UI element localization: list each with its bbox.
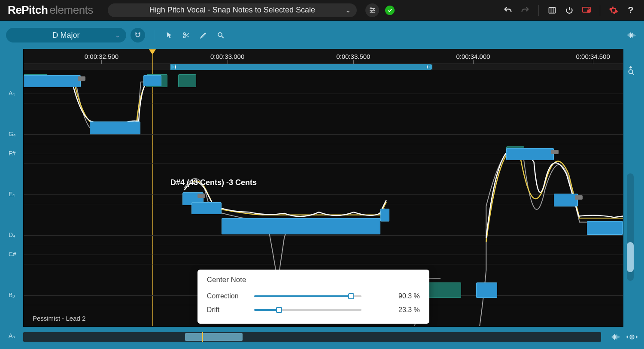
search-icon xyxy=(217,31,225,39)
slider-thumb[interactable] xyxy=(348,293,354,299)
chevron-down-icon: ⌄ xyxy=(345,6,351,14)
time-label: 0:00:34.500 xyxy=(576,53,610,60)
note-block[interactable] xyxy=(90,121,141,134)
note-handle[interactable] xyxy=(575,195,583,200)
svg-point-17 xyxy=(218,33,222,36)
waveform-toggle[interactable] xyxy=(625,29,638,42)
panel-row-label: Correction xyxy=(207,292,254,300)
undo-button[interactable] xyxy=(502,5,513,16)
note-block[interactable] xyxy=(191,202,222,214)
logo-suffix: elements xyxy=(49,3,93,16)
preset-selector[interactable]: High Pitch Vocal - Snap Notes to Selecte… xyxy=(108,3,357,17)
note-handle[interactable] xyxy=(197,194,205,198)
time-label: 0:00:33.500 xyxy=(336,53,370,60)
note-block[interactable] xyxy=(24,75,81,87)
pointer-icon xyxy=(166,31,173,39)
snap-button[interactable] xyxy=(131,28,145,42)
zoom-vertical-button[interactable] xyxy=(627,66,635,76)
draw-tool[interactable] xyxy=(197,29,210,42)
horizontal-scrollbar[interactable] xyxy=(23,332,601,342)
svg-rect-24 xyxy=(634,34,635,36)
svg-point-3 xyxy=(370,8,371,9)
panel-row-value: 23.3 % xyxy=(398,306,420,314)
pointer-tool[interactable] xyxy=(163,29,176,42)
topbar: RePitchelements High Pitch Vocal - Snap … xyxy=(0,0,644,21)
slider[interactable] xyxy=(254,293,361,299)
monitor-lock-button[interactable] xyxy=(581,5,592,16)
panel-row: Drift23.3 % xyxy=(207,303,420,317)
note-gutter: A₄G₄F#E₄D₄C#B₃A₃ xyxy=(6,49,23,327)
note-gutter-label: A₃ xyxy=(9,332,15,339)
pitch-editor[interactable]: 0:00:32.5000:00:33.0000:00:33.5000:00:34… xyxy=(23,49,623,327)
horizontal-scrollbar-thumb[interactable] xyxy=(185,333,243,341)
svg-rect-30 xyxy=(614,334,615,340)
pencil-icon xyxy=(200,31,207,39)
note-handle[interactable] xyxy=(551,150,559,154)
settings-button[interactable] xyxy=(608,5,619,16)
loop-end-marker[interactable] xyxy=(427,64,432,70)
zoom-fit-button[interactable] xyxy=(626,331,638,343)
waveform-view-button[interactable] xyxy=(610,331,622,343)
right-gutter xyxy=(623,49,638,327)
toolbar: D Major ⌄ xyxy=(6,27,638,44)
note-block[interactable] xyxy=(476,282,497,298)
power-button[interactable] xyxy=(564,5,575,16)
note-block[interactable] xyxy=(222,218,380,234)
center-note-panel[interactable]: Center Note Correction90.3 %Drift23.3 % xyxy=(197,270,429,324)
loop-bar[interactable] xyxy=(24,64,623,70)
svg-rect-34 xyxy=(619,337,620,337)
svg-rect-21 xyxy=(630,33,631,38)
app-logo: RePitchelements xyxy=(8,3,93,17)
zoom-tool[interactable] xyxy=(214,29,227,42)
svg-rect-19 xyxy=(628,34,629,36)
gear-icon xyxy=(609,6,618,15)
vertical-scrollbar-thumb[interactable] xyxy=(627,242,634,272)
note-handle[interactable] xyxy=(78,76,85,81)
chevron-down-icon: ⌄ xyxy=(115,32,120,39)
preset-label: High Pitch Vocal - Snap Notes to Selecte… xyxy=(149,6,315,15)
note-block[interactable] xyxy=(143,75,161,86)
slider[interactable] xyxy=(254,307,361,313)
zoom-vertical-icon xyxy=(627,66,635,76)
panel-row: Correction90.3 % xyxy=(207,289,420,303)
view-columns-button[interactable] xyxy=(547,5,558,16)
note-block[interactable] xyxy=(587,221,623,235)
scissors-icon xyxy=(182,31,190,39)
monitor-lock-icon xyxy=(582,6,591,14)
note-gutter-label: D₄ xyxy=(9,231,15,238)
bottombar xyxy=(6,330,638,344)
scale-selector[interactable]: D Major ⌄ xyxy=(6,28,126,42)
split-tool[interactable] xyxy=(180,29,193,42)
svg-point-5 xyxy=(371,12,372,13)
preset-settings-button[interactable] xyxy=(365,3,379,17)
svg-rect-28 xyxy=(612,336,613,338)
slider-thumb[interactable] xyxy=(276,307,282,313)
vertical-scrollbar[interactable] xyxy=(627,173,634,281)
loop-start-marker[interactable] xyxy=(170,64,176,70)
time-label: 0:00:32.500 xyxy=(85,53,118,60)
undo-icon xyxy=(503,6,513,15)
note-block[interactable] xyxy=(506,148,554,160)
scale-label: D Major xyxy=(52,31,79,40)
svg-line-18 xyxy=(222,36,224,38)
note-gutter-label: A₄ xyxy=(9,90,15,97)
svg-point-26 xyxy=(629,70,632,73)
help-button[interactable]: ? xyxy=(625,5,636,16)
logo-part-re: Re xyxy=(8,3,21,16)
note-gutter-label: E₄ xyxy=(9,191,15,197)
note-block[interactable] xyxy=(380,209,389,222)
note-lanes[interactable]: D#4 (43 Cents) -3 Cents Pessimist - Lead… xyxy=(24,70,623,326)
power-icon xyxy=(565,6,574,15)
note-block[interactable] xyxy=(554,194,578,206)
panel-row-label: Drift xyxy=(207,306,254,314)
wave-icon xyxy=(611,334,620,340)
note-block[interactable] xyxy=(178,74,196,87)
svg-rect-23 xyxy=(632,33,633,38)
redo-button[interactable] xyxy=(519,5,531,16)
svg-rect-10 xyxy=(587,10,590,12)
svg-rect-25 xyxy=(635,35,635,36)
note-gutter-label: F# xyxy=(9,150,15,157)
loop-region[interactable] xyxy=(170,64,431,70)
svg-line-27 xyxy=(632,73,634,75)
time-ruler[interactable]: 0:00:32.5000:00:33.0000:00:33.5000:00:34… xyxy=(24,49,623,64)
